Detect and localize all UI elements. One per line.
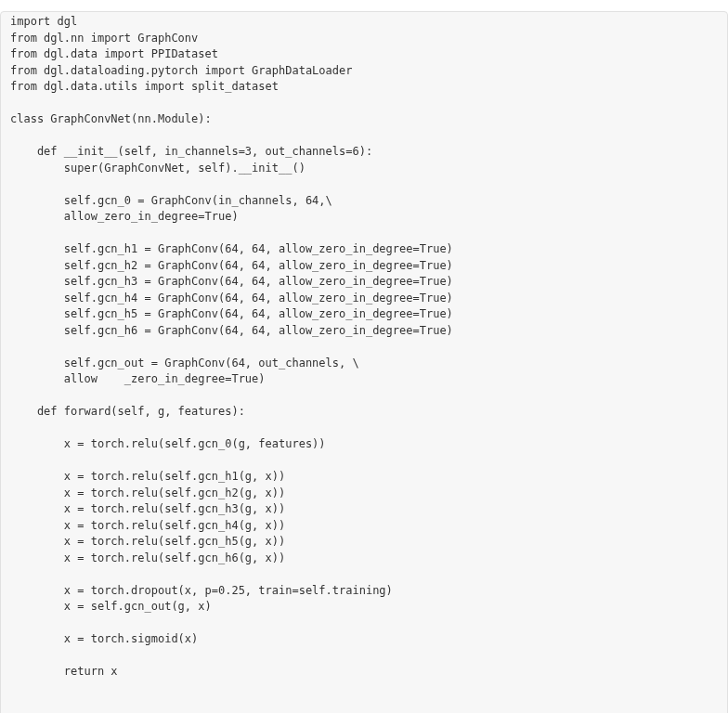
code-block: import dgl from dgl.nn import GraphConv … [0, 11, 728, 713]
code-content: import dgl from dgl.nn import GraphConv … [10, 15, 453, 678]
